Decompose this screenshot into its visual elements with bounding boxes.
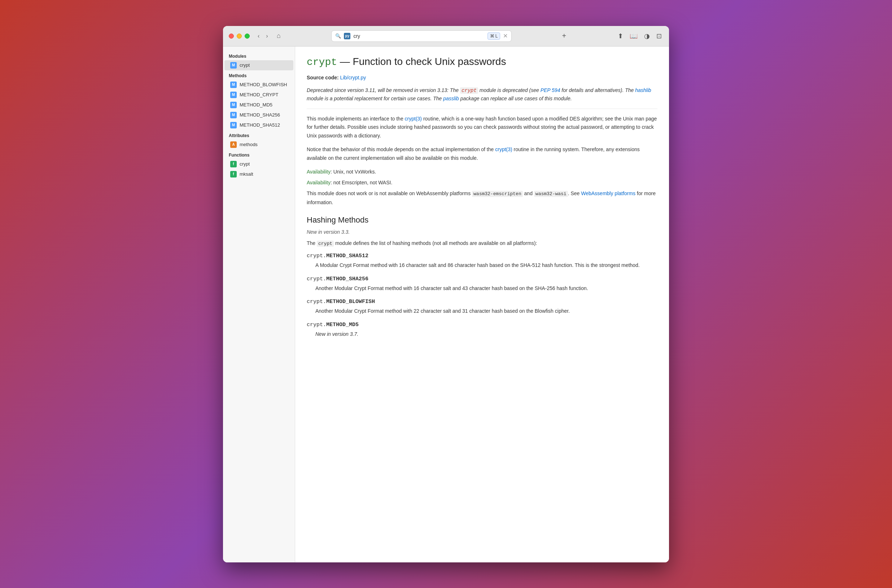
address-clear-button[interactable]: ✕ xyxy=(503,33,508,39)
pip-button[interactable]: ⊡ xyxy=(655,31,663,42)
theme-toggle-button[interactable]: ◑ xyxy=(643,31,651,42)
sidebar: Modules M crypt Methods M METHOD_BLOWFIS… xyxy=(223,46,295,562)
title-bar: ‹ › ⌂ 🔍 py ⌘ L ✕ + ⬆ 📖 ◑ ⊡ xyxy=(223,26,669,46)
sidebar-methods-attr-label: methods xyxy=(240,142,258,147)
method-md5-block: crypt.METHOD_MD5 New in version 3.7. xyxy=(307,322,658,338)
reader-view-button[interactable]: 📖 xyxy=(628,31,639,42)
method-sha256-bold: METHOD_SHA256 xyxy=(326,276,368,282)
body-paragraph-1: This module implements an interface to t… xyxy=(307,115,658,140)
method-blowfish-bold: METHOD_BLOWFISH xyxy=(326,299,375,305)
method-sha512-name: crypt.METHOD_SHA512 xyxy=(307,253,658,259)
close-button[interactable] xyxy=(229,33,234,39)
method-badge: M xyxy=(230,122,237,128)
search-icon: 🔍 xyxy=(335,33,341,39)
method-blowfish-desc: Another Modular Crypt Format method with… xyxy=(315,307,658,315)
method-sha256-desc: Another Modular Crypt Format method with… xyxy=(315,284,658,292)
webassembly-link[interactable]: WebAssembly platforms xyxy=(581,190,635,196)
traffic-lights xyxy=(229,33,250,39)
availability-2-link[interactable]: Availability xyxy=(307,180,330,185)
function-badge: f xyxy=(230,161,237,167)
source-code-link[interactable]: Lib/crypt.py xyxy=(340,75,366,81)
crypt3-link-2[interactable]: crypt(3) xyxy=(495,147,512,152)
pep594-link[interactable]: PEP 594 xyxy=(541,87,560,93)
nav-buttons: ‹ › xyxy=(255,32,270,40)
title-module-name: crypt xyxy=(307,57,337,68)
method-sha512-desc: A Modular Crypt Format method with 16 ch… xyxy=(315,261,658,269)
share-button[interactable]: ⬆ xyxy=(616,31,625,42)
sidebar-item-mksalt-func[interactable]: f mksalt xyxy=(224,169,293,179)
hashing-methods-heading: Hashing Methods xyxy=(307,215,658,225)
hashlib-link[interactable]: hashlib xyxy=(635,87,651,93)
method-blowfish-block: crypt.METHOD_BLOWFISH Another Modular Cr… xyxy=(307,299,658,315)
source-code-line: Source code: Lib/crypt.py xyxy=(307,75,658,81)
method-blowfish-name: crypt.METHOD_BLOWFISH xyxy=(307,299,658,305)
passlib-link[interactable]: passlib xyxy=(443,96,459,101)
deprecated-notice: Deprecated since version 3.11, will be r… xyxy=(307,86,658,109)
module-badge: M xyxy=(230,62,237,69)
sidebar-module-label: crypt xyxy=(240,62,250,68)
sidebar-item-method-blowfish[interactable]: M METHOD_BLOWFISH xyxy=(224,80,293,90)
availability-line-1: Availability: Unix, not VxWorks. xyxy=(307,168,658,176)
sidebar-method-md5-label: METHOD_MD5 xyxy=(240,102,272,108)
wasm-mono-1: wasm32-emscripten xyxy=(472,191,523,197)
page-title: crypt — Function to check Unix passwords xyxy=(307,55,658,69)
home-button[interactable]: ⌂ xyxy=(275,32,283,40)
method-badge: M xyxy=(230,112,237,118)
browser-window: ‹ › ⌂ 🔍 py ⌘ L ✕ + ⬆ 📖 ◑ ⊡ xyxy=(223,26,669,562)
sidebar-item-method-crypt[interactable]: M METHOD_CRYPT xyxy=(224,90,293,100)
method-badge: M xyxy=(230,92,237,98)
sidebar-item-method-sha256[interactable]: M METHOD_SHA256 xyxy=(224,110,293,120)
methods-section-label: Methods xyxy=(223,70,295,80)
address-input[interactable] xyxy=(353,33,484,39)
body-paragraph-2: Notice that the behavior of this module … xyxy=(307,146,658,163)
method-md5-bold: METHOD_MD5 xyxy=(326,322,359,328)
availability-1-link[interactable]: Availability xyxy=(307,169,330,175)
back-button[interactable]: ‹ xyxy=(255,32,261,40)
sidebar-item-method-md5[interactable]: M METHOD_MD5 xyxy=(224,100,293,110)
method-badge: M xyxy=(230,102,237,108)
functions-section-label: Functions xyxy=(223,150,295,159)
method-sha256-block: crypt.METHOD_SHA256 Another Modular Cryp… xyxy=(307,276,658,292)
sidebar-method-crypt-label: METHOD_CRYPT xyxy=(240,92,278,98)
maximize-button[interactable] xyxy=(245,33,250,39)
attributes-section-label: Attributes xyxy=(223,130,295,140)
sidebar-mksalt-func-label: mksalt xyxy=(240,171,253,177)
crypt-inline: crypt xyxy=(317,241,334,247)
forward-button[interactable]: › xyxy=(264,32,270,40)
modules-section-label: Modules xyxy=(223,51,295,60)
function-badge: f xyxy=(230,171,237,177)
module-intro: The crypt module defines the list of has… xyxy=(307,239,658,248)
python-badge: py xyxy=(344,33,350,39)
availability-line-2: Availability: not Emscripten, not WASI. xyxy=(307,178,658,186)
deprecated-module-inline: crypt xyxy=(460,87,478,94)
wasm-paragraph: This module does not work or is not avai… xyxy=(307,189,658,207)
method-badge: M xyxy=(230,81,237,88)
new-tab-button[interactable]: + xyxy=(560,30,568,42)
cmd-symbol: ⌘ xyxy=(490,33,494,39)
sidebar-method-blowfish-label: METHOD_BLOWFISH xyxy=(240,82,287,87)
sidebar-method-sha512-label: METHOD_SHA512 xyxy=(240,122,280,128)
python-icon: py xyxy=(344,33,350,39)
sidebar-item-crypt-module[interactable]: M crypt xyxy=(224,60,293,70)
sidebar-item-crypt-func[interactable]: f crypt xyxy=(224,159,293,169)
cmd-badge: ⌘ L xyxy=(488,33,500,40)
title-suffix: — Function to check Unix passwords xyxy=(337,56,506,67)
crypt3-link-1[interactable]: crypt(3) xyxy=(405,116,422,122)
new-version-notice: New in version 3.3. xyxy=(307,229,658,235)
address-bar[interactable]: 🔍 py ⌘ L ✕ xyxy=(331,30,512,42)
sidebar-method-sha256-label: METHOD_SHA256 xyxy=(240,112,280,118)
attribute-badge: A xyxy=(230,141,237,148)
source-code-label: Source code: xyxy=(307,75,339,81)
minimize-button[interactable] xyxy=(237,33,242,39)
method-md5-version: New in version 3.7. xyxy=(315,330,658,338)
method-sha256-name: crypt.METHOD_SHA256 xyxy=(307,276,658,282)
sidebar-item-method-sha512[interactable]: M METHOD_SHA512 xyxy=(224,120,293,130)
toolbar-right: ⬆ 📖 ◑ ⊡ xyxy=(616,31,663,42)
sidebar-crypt-func-label: crypt xyxy=(240,161,250,166)
method-md5-name: crypt.METHOD_MD5 xyxy=(307,322,658,328)
method-sha512-bold: METHOD_SHA512 xyxy=(326,253,368,259)
sidebar-item-methods-attr[interactable]: A methods xyxy=(224,140,293,150)
wasm-mono-2: wasm32-wasi xyxy=(534,191,568,197)
method-sha512-block: crypt.METHOD_SHA512 A Modular Crypt Form… xyxy=(307,253,658,269)
browser-body: Modules M crypt Methods M METHOD_BLOWFIS… xyxy=(223,46,669,562)
